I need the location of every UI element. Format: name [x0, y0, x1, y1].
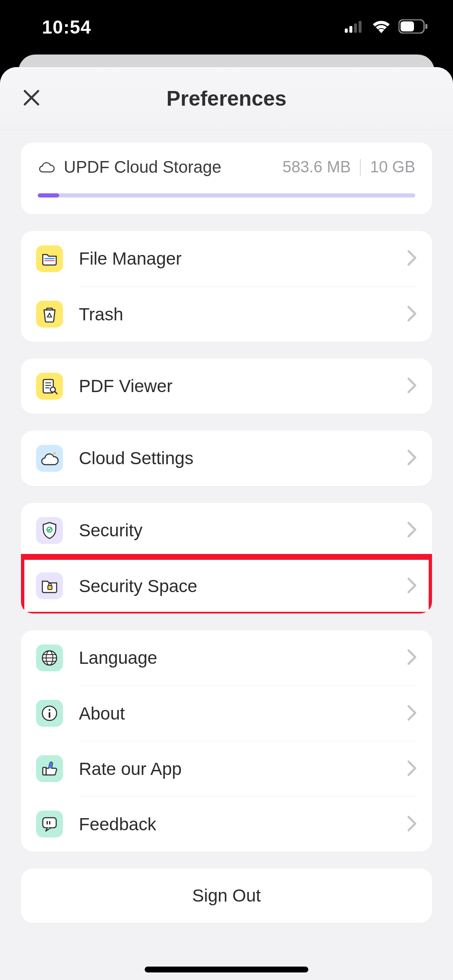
chevron-right-icon — [407, 577, 417, 595]
svg-rect-3 — [359, 21, 362, 33]
svg-rect-29 — [49, 821, 50, 824]
wifi-icon — [372, 19, 391, 35]
sign-out-button[interactable]: Sign Out — [21, 868, 432, 923]
svg-point-24 — [49, 709, 50, 711]
storage-label: UPDF Cloud Storage — [64, 158, 221, 177]
settings-row-label: PDF Viewer — [79, 376, 407, 396]
chevron-right-icon — [407, 815, 417, 834]
settings-row-label: Trash — [79, 304, 407, 325]
chevron-right-icon — [407, 377, 417, 395]
settings-row-cloud-settings[interactable]: Cloud Settings — [21, 431, 432, 486]
settings-row-security-space[interactable]: Security Space — [21, 558, 432, 613]
settings-row-label: Cloud Settings — [79, 448, 407, 468]
settings-row-rate[interactable]: Rate our App — [21, 741, 432, 796]
lock-folder-icon — [36, 572, 63, 599]
settings-group: PDF Viewer — [21, 359, 432, 414]
settings-row-label: About — [79, 704, 407, 724]
settings-group: LanguageAboutRate our AppFeedback — [21, 630, 432, 852]
settings-row-trash[interactable]: Trash — [21, 286, 432, 342]
cellular-icon — [345, 20, 364, 34]
folder-icon — [36, 245, 63, 272]
storage-total: 10 GB — [370, 158, 415, 176]
svg-rect-28 — [47, 821, 48, 824]
thumbs-up-icon — [36, 755, 63, 782]
settings-row-label: File Manager — [79, 249, 407, 269]
settings-row-security[interactable]: Security — [21, 503, 432, 558]
status-icons — [345, 19, 428, 35]
sign-out-label: Sign Out — [192, 886, 260, 906]
settings-row-feedback[interactable]: Feedback — [21, 796, 432, 852]
svg-rect-5 — [401, 21, 414, 31]
chat-icon — [36, 811, 63, 837]
close-icon — [22, 88, 41, 109]
svg-rect-6 — [425, 24, 427, 29]
svg-rect-8 — [44, 260, 55, 261]
settings-row-label: Security Space — [79, 576, 407, 596]
svg-rect-7 — [44, 258, 55, 259]
settings-group: SecuritySecurity Space — [21, 503, 432, 613]
shield-icon — [36, 517, 63, 544]
chevron-right-icon — [407, 760, 417, 778]
settings-row-file-manager[interactable]: File Manager — [21, 231, 432, 286]
document-search-icon — [36, 373, 63, 400]
settings-row-pdf-viewer[interactable]: PDF Viewer — [21, 359, 432, 414]
svg-rect-1 — [349, 26, 352, 33]
settings-row-label: Feedback — [79, 814, 407, 834]
chevron-right-icon — [407, 250, 417, 268]
settings-row-label: Language — [79, 648, 407, 668]
page-title: Preferences — [167, 86, 286, 111]
sheet-body: UPDF Cloud Storage 583.6 MB 10 GB File M… — [0, 130, 453, 923]
battery-icon — [398, 19, 428, 35]
storage-used: 583.6 MB — [283, 158, 351, 176]
settings-row-about[interactable]: About — [21, 686, 432, 741]
settings-row-language[interactable]: Language — [21, 630, 432, 686]
status-bar: 10:54 — [0, 0, 453, 55]
home-indicator[interactable] — [145, 967, 308, 972]
settings-row-label: Security — [79, 520, 407, 541]
chevron-right-icon — [407, 521, 417, 540]
sheet-header: Preferences — [0, 67, 453, 130]
storage-divider — [360, 159, 361, 176]
storage-progress-fill — [38, 193, 59, 198]
close-button[interactable] — [19, 86, 44, 111]
settings-row-label: Rate our App — [79, 759, 407, 779]
preferences-sheet: Preferences UPDF Cloud Storage 583.6 MB … — [0, 67, 453, 980]
settings-group: File ManagerTrash — [21, 231, 432, 342]
svg-rect-0 — [345, 29, 348, 33]
trash-icon — [36, 301, 63, 328]
storage-progress — [38, 193, 415, 198]
status-time: 10:54 — [42, 17, 91, 38]
chevron-right-icon — [407, 305, 417, 324]
svg-rect-17 — [48, 585, 52, 590]
svg-point-15 — [53, 452, 56, 455]
globe-icon — [36, 645, 63, 671]
chevron-right-icon — [407, 704, 417, 723]
storage-card[interactable]: UPDF Cloud Storage 583.6 MB 10 GB — [21, 143, 432, 214]
svg-line-14 — [55, 392, 57, 394]
svg-rect-25 — [49, 712, 50, 718]
cloud-icon — [36, 445, 63, 472]
chevron-right-icon — [407, 649, 417, 667]
chevron-right-icon — [407, 449, 417, 468]
info-icon — [36, 700, 63, 727]
settings-group: Cloud Settings — [21, 431, 432, 486]
cloud-outline-icon — [38, 160, 55, 174]
svg-rect-2 — [354, 23, 357, 33]
